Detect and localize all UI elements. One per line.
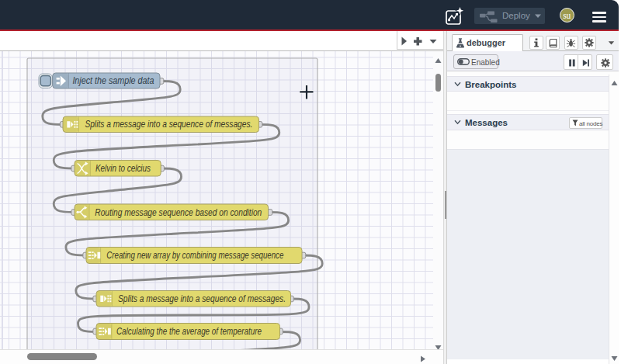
svg-text:Splits a message into a sequen: Splits a message into a sequence of mess… xyxy=(118,293,286,304)
svg-text:Inject the sample data: Inject the sample data xyxy=(72,75,154,86)
svg-text:Creating new array by combinin: Creating new array by combining message … xyxy=(106,250,283,261)
svg-text:Splits a message into a sequen: Splits a message into a sequence of mess… xyxy=(85,119,252,130)
svg-text:Routing message sequence based: Routing message sequence based on condit… xyxy=(95,207,262,218)
svg-text:Kelvin to celcius: Kelvin to celcius xyxy=(95,163,151,174)
svg-text:Calculating the the average of: Calculating the the average of temperatu… xyxy=(116,326,262,337)
